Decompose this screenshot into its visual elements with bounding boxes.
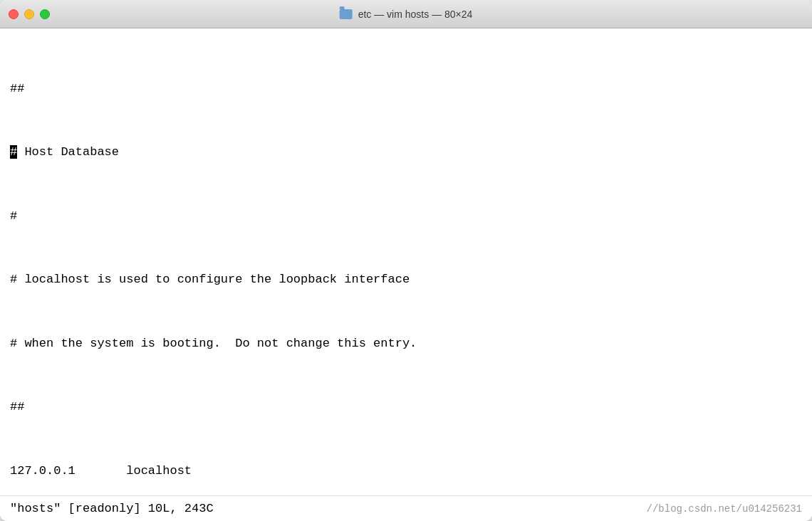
line-2: # Host Database [10, 142, 802, 163]
traffic-lights [9, 9, 50, 19]
line-5: # when the system is booting. Do not cha… [10, 333, 802, 354]
line-6: ## [10, 396, 802, 418]
status-right: //blog.csdn.net/u014256231 [647, 503, 802, 515]
code-display: ## # Host Database # # localhost is used… [10, 36, 802, 495]
vim-window: etc — vim hosts — 80×24 ## # Host Databa… [0, 0, 812, 521]
title-area: etc — vim hosts — 80×24 [340, 9, 473, 20]
line-7: 127.0.0.1 localhost [10, 461, 802, 482]
folder-icon [340, 9, 353, 19]
line-3: # [10, 206, 802, 227]
editor-content[interactable]: ## # Host Database # # localhost is used… [0, 28, 812, 495]
window-title: etc — vim hosts — 80×24 [358, 9, 473, 20]
maximize-button[interactable] [40, 9, 50, 19]
titlebar: etc — vim hosts — 80×24 [0, 0, 812, 28]
line-4: # localhost is used to configure the loo… [10, 269, 802, 290]
line-1: ## [10, 78, 802, 100]
minimize-button[interactable] [24, 9, 34, 19]
status-bar: "hosts" [readonly] 10L, 243C //blog.csdn… [0, 495, 812, 521]
close-button[interactable] [9, 9, 19, 19]
status-left: "hosts" [readonly] 10L, 243C [10, 502, 214, 515]
